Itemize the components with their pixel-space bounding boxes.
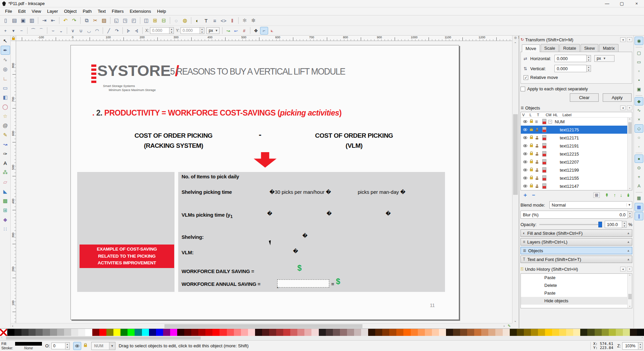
color-swatch[interactable] [212,329,219,336]
lower-button[interactable]: ↓ [620,192,622,198]
color-swatch[interactable] [361,329,368,336]
scroll-left-icon[interactable]: ‹ [1,336,2,339]
color-swatch[interactable] [595,329,602,336]
apply-button[interactable]: Apply [603,93,632,102]
node-corner-icon[interactable]: ∨ [69,27,77,35]
insert-node-icon[interactable]: + [1,27,9,35]
color-swatch[interactable] [319,329,326,336]
color-swatch[interactable] [418,329,425,336]
object-label[interactable]: text12215 [560,151,579,157]
snap-cusp-nodes-icon[interactable]: ◇ [635,124,643,133]
color-swatch[interactable] [510,329,517,336]
delete-node-icon[interactable]: − [17,27,26,35]
color-swatch[interactable] [587,329,594,336]
layers-dialog-icon[interactable]: ≡ [210,16,219,25]
swatch-none[interactable] [0,329,7,336]
scroll-down-icon[interactable]: ⌄ [512,319,518,322]
color-swatch[interactable] [559,329,566,336]
vertical-input[interactable]: 0.000 [554,65,587,72]
dock-collapse-icon[interactable]: ◂ [620,105,626,110]
color-swatch[interactable] [623,329,630,336]
scroll-right-icon[interactable]: › [642,336,643,339]
objects-row[interactable]: text12199 [521,166,632,174]
relative-move-checkbox[interactable]: ✓ [524,75,528,80]
lock-icon[interactable] [530,137,533,139]
delete-segment-icon[interactable]: ⌄ [57,27,65,35]
join-nodes-icon[interactable]: ⁀ [29,27,37,35]
tool-spiral[interactable]: @ [1,121,10,130]
export-icon[interactable]: ⇤ [49,16,57,25]
color-swatch[interactable] [446,329,453,336]
snap-object-centers-icon[interactable]: ⊙ [635,164,643,172]
objects-row[interactable]: text12215 [521,150,632,158]
color-swatch[interactable] [453,329,460,336]
canvas-viewport[interactable]: SYSTORE / Smart Storage Systems Minimum … [16,41,512,323]
snap-nodes-icon[interactable]: ◆ [635,97,643,105]
tab-move[interactable]: Move [522,44,540,52]
fill-color-swatch[interactable] [15,342,42,346]
tab-rotate[interactable]: Rotate [559,44,580,52]
vertical-spinner[interactable]: ▴▾ [587,65,591,72]
highlight-color-chip[interactable] [542,159,546,165]
visibility-eye-icon[interactable] [523,169,527,171]
color-swatch[interactable] [297,329,304,336]
menu-file[interactable]: File [2,8,15,15]
color-swatch[interactable] [347,329,354,336]
tool-node[interactable]: ✒ [1,46,10,55]
snap-bbox-corners-icon[interactable]: ▫ [635,67,643,75]
tool-zoom[interactable]: ◎ [1,64,10,74]
maximize-button[interactable]: ▢ [614,0,629,7]
color-swatch[interactable] [205,329,212,336]
color-swatch[interactable] [191,329,198,336]
collapse-arrow-icon[interactable]: ▲ [627,258,630,261]
menu-help[interactable]: Help [154,8,169,15]
cut-icon[interactable]: ✂ [91,16,100,25]
segment-line-icon[interactable]: ╱ [105,27,113,35]
object-label[interactable]: text12175 [560,127,579,132]
tool-mesh[interactable]: ⊞ [1,206,10,215]
snap-page-border-icon[interactable]: ▦ [635,194,643,202]
tool-tweak[interactable]: ∿ [1,55,10,64]
objects-scroll-thumb[interactable] [628,122,632,134]
remove-object-button[interactable]: − [532,192,535,198]
color-swatch[interactable] [425,329,432,336]
clear-button[interactable]: Clear [570,93,599,102]
units-select[interactable]: px ▼ [206,27,219,34]
menu-layer[interactable]: Layer [44,8,61,15]
color-swatch[interactable] [538,329,545,336]
color-swatch[interactable] [566,329,573,336]
copy-icon[interactable]: ⧉ [82,16,91,25]
collapse-arrow-icon[interactable]: ▲ [627,231,630,235]
scroll-up-icon[interactable]: ⌃ [628,118,632,122]
open-document-icon[interactable]: ▤ [10,16,19,25]
color-swatch[interactable] [609,329,616,336]
snap-others-icon[interactable]: ● [635,155,643,163]
ruler-lock-icon[interactable] [11,36,16,41]
highlight-color-chip[interactable] [542,127,546,132]
menu-view[interactable]: View [29,8,44,15]
tool-measure[interactable]: ∟ [1,74,10,83]
edit-clip-path-icon[interactable]: ↜ [232,27,240,35]
color-swatch[interactable] [460,329,467,336]
tool-rectangle[interactable]: ▭ [1,83,10,92]
opacity-input[interactable]: 100.0 [605,221,622,228]
palette-scrollbar[interactable]: ‹ › [0,336,644,340]
highlight-color-chip[interactable] [542,151,546,157]
color-swatch[interactable] [503,329,510,336]
dock-collapse-icon[interactable]: ◂ [620,37,626,42]
object-label[interactable]: text12191 [560,143,579,148]
snap-text-baseline-icon[interactable]: A [635,182,643,190]
snap-bbox-icon[interactable]: ▢ [635,49,643,57]
menu-edit[interactable]: Edit [15,8,29,15]
color-swatch[interactable] [241,329,248,336]
scroll-up-icon[interactable]: ⌃ [628,274,632,278]
visibility-eye-icon[interactable] [523,136,527,139]
apply-each-checkbox[interactable] [521,87,525,91]
dock-collapse-icon[interactable]: ◂ [620,267,626,271]
print-icon[interactable]: ▥ [28,16,36,25]
color-swatch[interactable] [198,329,205,336]
color-swatch[interactable] [142,329,149,336]
preferences-icon[interactable]: ✻ [240,16,249,25]
objects-row-layer[interactable]: ≣−NUM [521,118,632,126]
vertical-ruler[interactable]: 800700600500400300200100 [11,41,16,323]
